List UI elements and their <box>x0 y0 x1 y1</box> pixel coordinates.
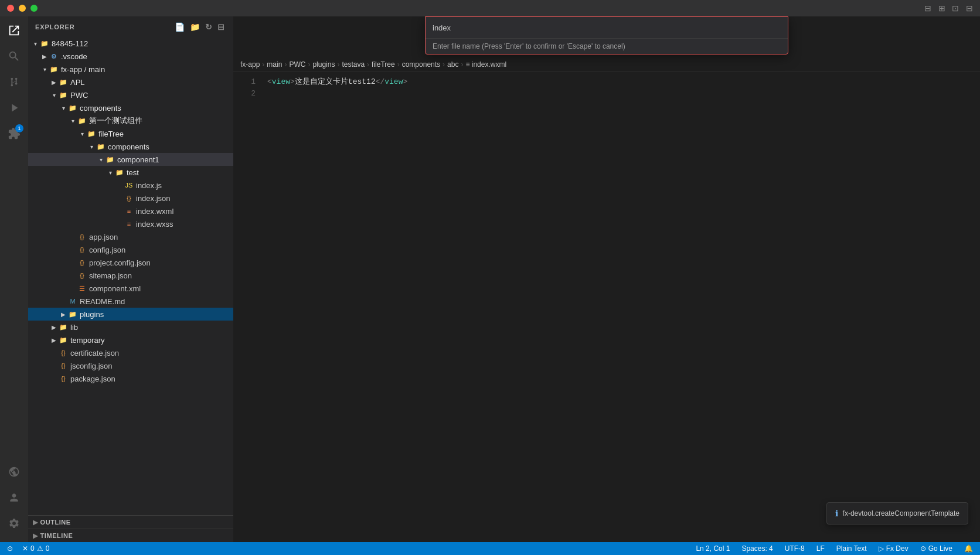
source-control-activity-icon[interactable] <box>2 70 26 94</box>
tree-item-filetree[interactable]: ▾ 📁 fileTree <box>28 127 233 140</box>
tree-item-component1[interactable]: ▾ 📁 component1 <box>28 153 233 166</box>
vscode-icon: ⚙ <box>49 52 59 61</box>
status-run-icon[interactable]: ▷ Fx Dev <box>876 542 911 555</box>
jsconfig-icon: {} <box>59 361 68 370</box>
tree-item-app-json[interactable]: ▶ {} app.json <box>28 230 233 243</box>
readme-label: README.md <box>80 297 125 306</box>
minimize-button[interactable] <box>19 5 26 12</box>
tree-item-index-wxml[interactable]: ▶ ≡ index.wxml <box>28 205 233 217</box>
outline-header[interactable]: ▶ OUTLINE <box>28 516 233 529</box>
certificate-icon: {} <box>59 348 68 357</box>
tree-item-plugins[interactable]: ▶ 📁 plugins <box>28 308 233 321</box>
customize-icon[interactable]: ⊟ <box>966 4 973 13</box>
component-xml-label: component.xml <box>89 284 141 293</box>
tree-item-index-wxss[interactable]: ▶ ≡ index.wxss <box>28 217 233 230</box>
certificate-label: certificate.json <box>70 349 119 357</box>
status-bar: ⊙ ✕ 0 ⚠ 0 Ln 2, Col 1 Spaces: 4 UTF-8 LF… <box>0 542 980 555</box>
tree-item-vscode[interactable]: ▶ ⚙ .vscode <box>28 50 233 63</box>
status-notifications[interactable]: 🔔 <box>962 542 975 555</box>
search-activity-icon[interactable] <box>2 45 26 68</box>
title-bar-right: ⊟ ⊞ ⊡ ⊟ <box>924 4 973 13</box>
code-area[interactable]: <view>这是自定义卡片test12</view> <box>263 71 980 542</box>
breadcrumb-filetree[interactable]: fileTree <box>372 60 395 69</box>
extensions-activity-icon[interactable]: 1 <box>2 122 26 145</box>
layout-icon[interactable]: ⊟ <box>924 4 931 13</box>
first-component-icon: 📁 <box>77 116 87 125</box>
collapse-icon[interactable]: ⊟ <box>216 21 226 33</box>
tree-root[interactable]: ▾ 📁 84845-112 <box>28 37 233 50</box>
timeline-header[interactable]: ▶ TIMELINE <box>28 529 233 542</box>
remote-icon[interactable] <box>2 460 26 484</box>
root-arrow: ▾ <box>30 39 40 48</box>
fx-dev-text: Fx Dev <box>886 544 908 553</box>
file-name-input[interactable] <box>433 17 781 38</box>
status-line-ending[interactable]: LF <box>814 542 827 555</box>
refresh-icon[interactable]: ↻ <box>204 21 214 33</box>
lib-icon: 📁 <box>59 322 68 332</box>
warning-icon: ⚠ <box>37 544 43 553</box>
breadcrumb-fxapp[interactable]: fx-app <box>240 60 260 69</box>
split-icon[interactable]: ⊞ <box>938 4 945 13</box>
main-layout: 1 EXPLORER 📄 📁 ↻ ⊟ <box>0 16 980 542</box>
breadcrumb-components[interactable]: components <box>402 60 440 69</box>
tree-item-sitemap[interactable]: ▶ {} sitemap.json <box>28 269 233 282</box>
account-icon[interactable] <box>2 486 26 509</box>
breadcrumb-main[interactable]: main <box>267 60 282 69</box>
tree-item-readme[interactable]: ▶ M README.md <box>28 295 233 308</box>
tree-item-components2[interactable]: ▾ 📁 components <box>28 140 233 153</box>
status-spaces[interactable]: Spaces: 4 <box>739 542 775 555</box>
breadcrumb-abc[interactable]: abc <box>447 60 458 69</box>
components-label: components <box>80 104 121 113</box>
tree-item-temporary[interactable]: ▶ 📁 temporary <box>28 333 233 346</box>
tree-item-components[interactable]: ▾ 📁 components <box>28 101 233 114</box>
tree-item-lib[interactable]: ▶ 📁 lib <box>28 321 233 333</box>
vscode-label: .vscode <box>61 52 87 61</box>
breadcrumb-testava[interactable]: testava <box>342 60 365 69</box>
status-position[interactable]: Ln 2, Col 1 <box>693 542 732 555</box>
tree-item-test[interactable]: ▾ 📁 test <box>28 166 233 179</box>
tree-item-component-xml[interactable]: ▶ ☰ component.xml <box>28 282 233 295</box>
go-live-text: Go Live <box>928 544 952 553</box>
component-xml-icon: ☰ <box>77 284 87 293</box>
tree-item-jsconfig[interactable]: ▶ {} jsconfig.json <box>28 359 233 372</box>
new-folder-icon[interactable]: 📁 <box>189 21 202 33</box>
maximize-button[interactable] <box>30 5 38 12</box>
run-activity-icon[interactable] <box>2 96 26 120</box>
line-numbers: 1 2 <box>233 71 263 542</box>
status-remote[interactable]: ⊙ <box>5 542 15 555</box>
tree-item-index-js[interactable]: ▶ JS index.js <box>28 179 233 192</box>
explorer-header: EXPLORER 📄 📁 ↻ ⊟ <box>28 16 233 37</box>
tree-item-index-json[interactable]: ▶ {} index.json <box>28 192 233 205</box>
breadcrumb-file[interactable]: ≡ index.wxml <box>465 60 506 69</box>
tree-item-project-config[interactable]: ▶ {} project.config.json <box>28 256 233 269</box>
tree-item-config-json[interactable]: ▶ {} config.json <box>28 243 233 256</box>
status-language[interactable]: Plain Text <box>834 542 869 555</box>
tree-item-first-component[interactable]: ▾ 📁 第一个测试组件 <box>28 114 233 127</box>
app-json-label: app.json <box>89 233 118 241</box>
status-encoding[interactable]: UTF-8 <box>782 542 807 555</box>
breadcrumb-pwc[interactable]: PWC <box>289 60 305 69</box>
panel-icon[interactable]: ⊡ <box>952 4 959 13</box>
json-file-icon: {} <box>124 193 134 203</box>
new-file-icon[interactable]: 📄 <box>173 21 186 33</box>
status-go-live[interactable]: ⊙ Go Live <box>918 542 955 555</box>
status-right: Ln 2, Col 1 Spaces: 4 UTF-8 LF Plain Tex… <box>693 542 975 555</box>
breadcrumb-plugins[interactable]: plugins <box>312 60 335 69</box>
project-config-label: project.config.json <box>89 258 151 267</box>
tree-item-fxapp[interactable]: ▾ 📁 fx-app / main <box>28 63 233 76</box>
explorer-activity-icon[interactable] <box>2 19 26 42</box>
timeline-section: ▶ TIMELINE <box>28 529 233 542</box>
status-errors[interactable]: ✕ 0 ⚠ 0 <box>20 542 52 555</box>
filetree-arrow: ▾ <box>77 129 87 138</box>
root-icon: 📁 <box>40 39 49 48</box>
tree-item-certificate[interactable]: ▶ {} certificate.json <box>28 346 233 359</box>
index-wxss-label: index.wxss <box>136 220 173 229</box>
close-button[interactable] <box>7 5 14 12</box>
quick-input-field[interactable] <box>426 17 788 38</box>
tree-item-package[interactable]: ▶ {} package.json <box>28 372 233 385</box>
tree-item-apl[interactable]: ▶ 📁 APL <box>28 76 233 88</box>
editor-content[interactable]: 1 2 <view>这是自定义卡片test12</view> <box>233 71 980 542</box>
tree-item-pwc[interactable]: ▾ 📁 PWC <box>28 88 233 101</box>
pwc-arrow: ▾ <box>49 90 59 100</box>
settings-icon[interactable] <box>2 512 26 535</box>
